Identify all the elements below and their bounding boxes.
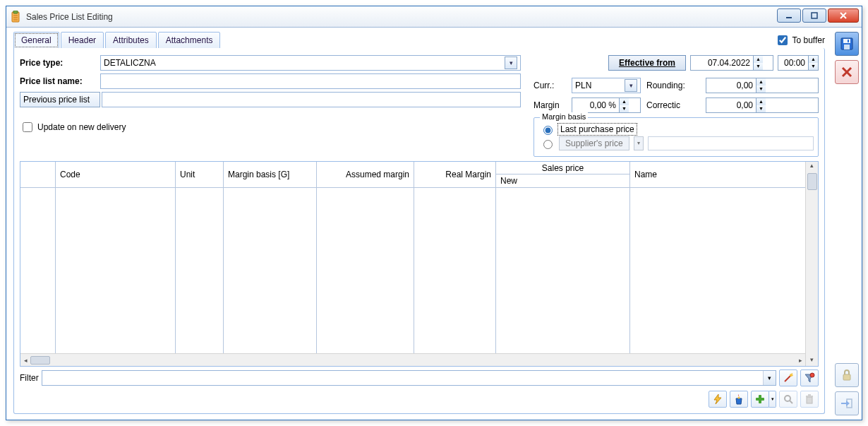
update-on-delivery-label: Update on new delivery bbox=[37, 122, 126, 132]
add-dropdown[interactable]: ▾ bbox=[769, 391, 776, 408]
svg-rect-22 bbox=[843, 39, 850, 43]
fire-bucket-button[interactable] bbox=[730, 391, 748, 408]
tab-header[interactable]: Header bbox=[61, 32, 104, 49]
bolt-button[interactable] bbox=[709, 391, 727, 408]
time-up[interactable]: ▲ bbox=[808, 56, 818, 63]
scroll-up-icon[interactable]: ▴ bbox=[810, 162, 814, 172]
col-unit[interactable]: Unit bbox=[176, 162, 224, 187]
svg-point-13 bbox=[738, 397, 740, 399]
tab-attributes[interactable]: Attributes bbox=[105, 32, 157, 49]
rounding-down[interactable]: ▼ bbox=[756, 85, 766, 93]
app-icon bbox=[11, 11, 22, 23]
rounding-input[interactable] bbox=[706, 79, 756, 92]
grid-vscroll[interactable]: ▴ ▾ bbox=[805, 162, 818, 366]
svg-marker-12 bbox=[714, 394, 721, 404]
chevron-down-icon: ▾ bbox=[505, 57, 517, 69]
margin-basis-group: Margin basis Last purchase price Supplie… bbox=[534, 117, 819, 157]
minimize-button[interactable] bbox=[777, 8, 801, 23]
col-sales-price[interactable]: Sales price New bbox=[496, 162, 630, 187]
add-button[interactable] bbox=[751, 391, 769, 408]
margin-input[interactable] bbox=[572, 99, 619, 112]
margin-basis-last-purchase-radio[interactable] bbox=[543, 126, 553, 135]
close-button[interactable] bbox=[828, 8, 859, 23]
effective-date-input[interactable] bbox=[691, 57, 753, 69]
tab-attachments[interactable]: Attachments bbox=[158, 32, 221, 49]
col-code[interactable]: Code bbox=[56, 162, 176, 187]
svg-rect-19 bbox=[806, 396, 813, 397]
currency-value: PLN bbox=[575, 81, 591, 90]
filter-input[interactable] bbox=[42, 371, 763, 385]
svg-marker-30 bbox=[846, 401, 850, 406]
col-rowhandle[interactable] bbox=[20, 162, 56, 187]
correctic-label: Correctic bbox=[646, 100, 700, 110]
svg-line-17 bbox=[790, 401, 792, 403]
app-window: Sales Price List Editing General Header … bbox=[6, 6, 862, 420]
scroll-right-icon[interactable]: ▸ bbox=[795, 357, 805, 364]
price-type-value: DETALICZNA bbox=[104, 58, 156, 68]
margin-field[interactable]: ▲▼ bbox=[572, 97, 641, 113]
price-list-name-label: Price list name: bbox=[20, 76, 100, 86]
correctic-input[interactable] bbox=[706, 99, 756, 112]
effective-from-button[interactable]: Effective from bbox=[608, 55, 686, 71]
suppliers-price-field[interactable] bbox=[648, 136, 814, 150]
svg-rect-20 bbox=[808, 394, 811, 396]
correctic-down[interactable]: ▼ bbox=[756, 105, 766, 112]
correctic-up[interactable]: ▲ bbox=[756, 98, 766, 105]
rounding-label: Rounding: bbox=[646, 81, 700, 90]
col-real-margin[interactable]: Real Margin bbox=[414, 162, 496, 187]
margin-up[interactable]: ▲ bbox=[619, 98, 629, 105]
currency-label: Curr.: bbox=[534, 81, 566, 90]
to-buffer-label: To buffer bbox=[792, 35, 825, 45]
scroll-down-icon[interactable]: ▾ bbox=[810, 356, 814, 366]
price-type-label: Price type: bbox=[20, 58, 100, 68]
grid-hscroll[interactable]: ◂ ▸ bbox=[20, 353, 805, 366]
svg-point-16 bbox=[785, 396, 790, 401]
currency-combo[interactable]: PLN ▾ bbox=[572, 78, 641, 93]
date-down[interactable]: ▼ bbox=[753, 63, 763, 70]
previous-price-list-button[interactable]: Previous price list bbox=[20, 92, 100, 107]
effective-date-field[interactable]: ▲▼ bbox=[690, 55, 773, 71]
price-type-combo[interactable]: DETALICZNA ▾ bbox=[100, 55, 521, 71]
grid-header: Code Unit Margin basis [G] Assumed margi… bbox=[20, 162, 805, 188]
filter-dropdown-icon[interactable]: ▾ bbox=[763, 371, 776, 385]
effective-time-input[interactable] bbox=[778, 57, 808, 69]
date-up[interactable]: ▲ bbox=[753, 56, 763, 63]
update-on-delivery-checkbox[interactable] bbox=[23, 122, 32, 132]
rounding-field[interactable]: ▲▼ bbox=[706, 78, 819, 93]
search-button[interactable] bbox=[779, 391, 797, 408]
to-buffer-checkbox[interactable] bbox=[778, 35, 788, 45]
margin-basis-supplier-radio[interactable] bbox=[543, 140, 553, 149]
maximize-button[interactable] bbox=[802, 8, 826, 23]
svg-rect-24 bbox=[848, 40, 849, 42]
scroll-left-icon[interactable]: ◂ bbox=[20, 357, 30, 364]
rounding-up[interactable]: ▲ bbox=[756, 78, 766, 85]
svg-rect-18 bbox=[807, 397, 812, 403]
effective-time-field[interactable]: ▲▼ bbox=[778, 55, 819, 71]
save-side-button[interactable] bbox=[835, 32, 859, 56]
tab-strip: General Header Attributes Attachments bbox=[13, 32, 220, 49]
time-down[interactable]: ▼ bbox=[808, 63, 818, 70]
col-assumed-margin[interactable]: Assumed margin bbox=[317, 162, 414, 187]
lock-side-button[interactable] bbox=[835, 363, 859, 387]
trash-button[interactable] bbox=[800, 391, 819, 408]
vscroll-thumb[interactable] bbox=[807, 173, 817, 190]
margin-basis-last-purchase-label: Last purchase price bbox=[559, 124, 636, 134]
suppliers-price-dropdown[interactable]: ▾ bbox=[634, 136, 644, 150]
cancel-side-button[interactable] bbox=[835, 60, 859, 84]
col-sales-price-top: Sales price bbox=[496, 162, 629, 174]
previous-price-list-field[interactable] bbox=[102, 92, 521, 107]
correctic-field[interactable]: ▲▼ bbox=[706, 97, 819, 113]
tab-general[interactable]: General bbox=[13, 32, 59, 49]
hscroll-thumb[interactable] bbox=[30, 356, 50, 365]
price-list-name-input[interactable] bbox=[100, 73, 521, 89]
import-side-button[interactable] bbox=[835, 391, 859, 415]
suppliers-price-button[interactable]: Supplier's price bbox=[559, 136, 629, 150]
margin-down[interactable]: ▼ bbox=[619, 105, 629, 112]
grid-body[interactable] bbox=[20, 188, 805, 353]
filter-wand-button[interactable] bbox=[779, 369, 797, 386]
svg-rect-23 bbox=[844, 45, 850, 49]
col-name[interactable]: Name bbox=[630, 162, 805, 187]
filter-combo[interactable]: ▾ bbox=[42, 370, 776, 386]
col-margin-basis[interactable]: Margin basis [G] bbox=[224, 162, 317, 187]
filter-funnel-button[interactable] bbox=[800, 369, 819, 386]
